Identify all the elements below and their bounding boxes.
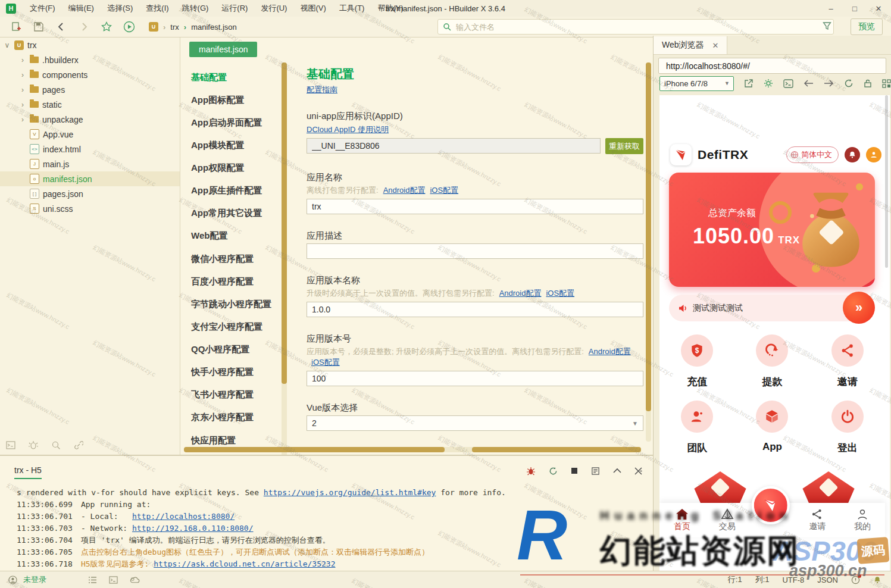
tree-item-indexhtml[interactable]: <> index.html — [0, 142, 180, 157]
maximize-button[interactable]: □ — [851, 4, 859, 13]
close-button[interactable]: ✕ — [874, 4, 883, 13]
login-status[interactable]: 未登录 — [23, 574, 46, 585]
form-horizontal-scrollbar[interactable] — [184, 447, 641, 452]
section-kuaishou-mp[interactable]: 快手小程序配置 — [191, 361, 280, 384]
section-app-permissions[interactable]: App权限配置 — [191, 157, 280, 180]
tree-item-pagesjson[interactable]: [ ] pages.json — [0, 186, 180, 201]
url-input[interactable] — [665, 61, 880, 71]
preview-button[interactable]: 预览 — [851, 18, 883, 35]
section-weixin-mp[interactable]: 微信小程序配置 — [191, 248, 280, 270]
lock-icon[interactable] — [864, 79, 872, 88]
devtools-console-icon[interactable] — [783, 79, 793, 88]
qr-grid-icon[interactable] — [882, 79, 891, 88]
section-jd-mp[interactable]: 京东小程序配置 — [191, 406, 280, 429]
tree-item-unpackage[interactable]: › unpackage — [0, 112, 180, 127]
section-alipay-mp[interactable]: 支付宝小程序配置 — [191, 315, 280, 338]
task-list-icon[interactable] — [88, 576, 97, 584]
version-code-input[interactable] — [307, 371, 643, 386]
menu-run[interactable]: 运行(R) — [215, 3, 254, 14]
tree-item-components[interactable]: › components — [0, 67, 180, 82]
chevron-down-icon[interactable]: ∨ — [4, 41, 11, 49]
tree-item-uniscss[interactable]: S uni.scss — [0, 201, 180, 216]
console-tab[interactable]: trx - H5 — [14, 465, 42, 479]
terminal-icon[interactable] — [109, 576, 118, 584]
menu-edit[interactable]: 编辑(E) — [62, 3, 101, 14]
app-name-input[interactable] — [307, 199, 643, 214]
grid-item-team[interactable]: 团队 — [659, 401, 734, 455]
marquee-arrow-button[interactable]: » — [843, 292, 875, 324]
browser-tab[interactable]: Web浏览器 ✕ — [654, 36, 727, 54]
chevron-right-icon[interactable]: › — [19, 115, 26, 124]
save-icon[interactable] — [32, 20, 45, 33]
section-app-splash[interactable]: App启动界面配置 — [191, 111, 280, 134]
menu-goto[interactable]: 跳转(G) — [176, 3, 215, 14]
close-console-icon[interactable] — [634, 467, 642, 475]
menu-publish[interactable]: 发行(U) — [254, 3, 293, 14]
section-app-modules[interactable]: App模块配置 — [191, 134, 280, 157]
log-link[interactable]: http://192.168.0.110:8080/ — [132, 524, 254, 533]
nav-home[interactable]: 首页 — [659, 503, 705, 537]
filter-funnel-icon[interactable] — [823, 21, 831, 30]
back-arrow-icon[interactable] — [804, 79, 814, 87]
section-app-other[interactable]: App常用其它设置 — [191, 202, 280, 225]
reacquire-appid-button[interactable]: 重新获取 — [605, 138, 643, 154]
tree-item-pages[interactable]: › pages — [0, 82, 180, 97]
app-desc-input[interactable] — [307, 243, 643, 259]
new-file-icon[interactable] — [10, 20, 23, 33]
grid-item-logout[interactable]: 登出 — [810, 401, 885, 455]
chevron-right-icon[interactable]: › — [19, 101, 26, 109]
section-app-native-plugins[interactable]: App原生插件配置 — [191, 180, 280, 202]
run-icon[interactable] — [123, 20, 136, 33]
appid-doc-link[interactable]: DCloud AppID 使用说明 — [307, 125, 389, 134]
tree-item-mainjs[interactable]: J main.js — [0, 157, 180, 171]
settings-gear-icon[interactable] — [764, 79, 773, 88]
tron-nav-button[interactable] — [751, 486, 789, 524]
grid-item-app[interactable]: App — [734, 401, 809, 455]
back-icon[interactable] — [55, 20, 68, 33]
config-guide-link[interactable]: 配置指南 — [307, 85, 337, 94]
cloud-sync-icon[interactable] — [130, 576, 140, 584]
vue-version-select[interactable]: 2 ▼ — [307, 415, 643, 431]
tree-item-trx[interactable]: ∨ U trx — [0, 37, 180, 52]
chevron-right-icon[interactable]: › — [19, 86, 26, 94]
log-link[interactable]: http://localhost:8080/ — [132, 512, 235, 521]
android-config-link[interactable]: Android配置 — [383, 186, 426, 195]
ios-config-link[interactable]: iOS配置 — [430, 186, 458, 195]
nav-invite[interactable]: 邀请 — [795, 503, 840, 537]
close-icon[interactable]: ✕ — [712, 41, 719, 50]
section-baidu-mp[interactable]: 百度小程序配置 — [191, 270, 280, 293]
refresh-icon[interactable] — [844, 79, 854, 88]
debug-icon[interactable] — [29, 440, 38, 450]
chevron-right-icon[interactable]: › — [19, 71, 26, 79]
menu-view[interactable]: 视图(V) — [293, 3, 332, 14]
search-panel-icon[interactable] — [51, 440, 61, 450]
file-search-box[interactable] — [437, 19, 834, 35]
open-external-icon[interactable] — [744, 79, 754, 88]
grid-item-withdraw[interactable]: 提款 — [734, 334, 809, 389]
clear-console-icon[interactable] — [591, 467, 600, 476]
ios-config-link[interactable]: iOS配置 — [546, 289, 574, 298]
section-basic[interactable]: 基础配置 — [191, 66, 280, 89]
section-feishu-mp[interactable]: 飞书小程序配置 — [191, 384, 280, 406]
address-bar[interactable] — [658, 58, 886, 74]
form-vertical-scrollbar[interactable] — [646, 62, 651, 442]
menu-select[interactable]: 选择(S) — [101, 3, 139, 14]
editor-tab-manifest[interactable]: manifest.json — [189, 42, 257, 57]
menu-help[interactable]: 帮助(Y) — [371, 3, 409, 14]
collapse-panel-icon[interactable] — [613, 468, 621, 474]
android-config-link[interactable]: Android配置 — [589, 347, 631, 356]
minimize-button[interactable]: – — [827, 4, 835, 13]
appid-input[interactable] — [307, 138, 601, 154]
notification-bell-icon[interactable] — [873, 576, 881, 584]
encoding[interactable]: UTF-8 — [782, 576, 804, 584]
stop-icon[interactable] — [571, 467, 578, 474]
link-icon[interactable] — [74, 440, 83, 450]
search-input[interactable] — [455, 22, 829, 32]
star-icon[interactable] — [100, 20, 113, 33]
tree-item-appvue[interactable]: V App.vue — [0, 127, 180, 142]
android-config-link[interactable]: Android配置 — [499, 289, 542, 298]
menu-file[interactable]: 文件(F) — [23, 3, 62, 14]
file-type[interactable]: JSON — [817, 576, 838, 584]
notifications-bell-icon[interactable] — [845, 147, 860, 162]
forward-icon[interactable] — [77, 20, 90, 33]
